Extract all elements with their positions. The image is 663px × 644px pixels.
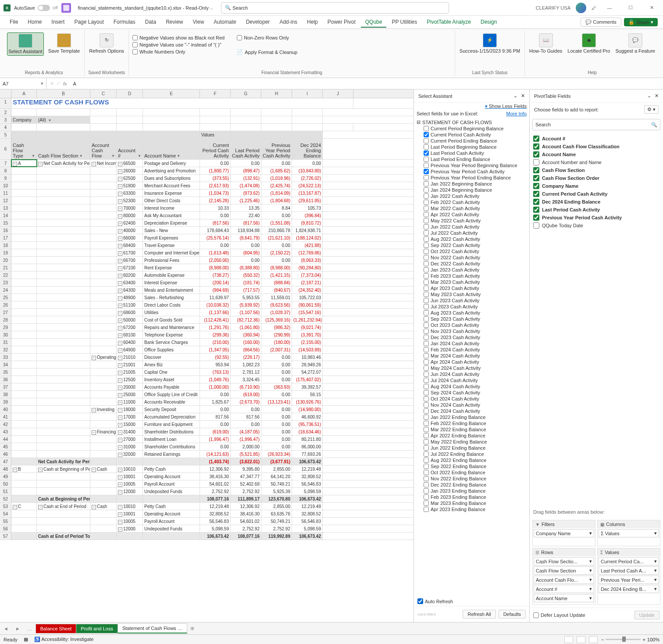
assist-field[interactable]: Sep 2024 Cash Activity [416,390,528,396]
assist-field[interactable]: Jul 2022 Ending Balance [416,451,528,457]
row-header[interactable]: 42 [0,421,11,428]
page-break-button[interactable] [589,636,598,643]
row-header[interactable]: 20 [0,257,11,264]
table-row[interactable]: 32−64900Office Supplies(1,347.05)(864.56… [0,346,413,354]
pt-field[interactable]: Dec 2024 Ending Balance [533,198,659,206]
table-row[interactable]: 27−68600Utilities(1,137.66)(1,107.56)(1,… [0,309,413,316]
table-row[interactable]: 17−66000Payroll Expenses(25,576.14)(8,64… [0,234,413,242]
suggest-feature-button[interactable]: 💬Suggest a Feature [614,32,656,55]
pt-search-input[interactable]: Search🔍 [532,119,660,130]
zoom-in-button[interactable]: + [642,637,645,642]
table-row[interactable]: 46−32000Retained Earnings(14,121.63)(5,5… [0,451,413,458]
pt-field[interactable]: Last Period Cash Activity [533,206,659,214]
name-box[interactable]: A7▾ [0,78,46,89]
row-header[interactable]: 21 [0,264,11,271]
row-header[interactable]: 45 [0,443,11,450]
assist-field[interactable]: Jun 2024 Cash Activity [416,371,528,377]
assist-field[interactable]: Mar 2023 Ending Balance [416,500,528,506]
refresh-all-button[interactable]: Refresh All [463,610,495,619]
fx-icon[interactable]: fx [63,81,67,86]
assist-field[interactable]: Oct 2023 Cash Activity [416,322,528,328]
table-row[interactable]: 7−A−Net Cash Activity for Period−Net Inc… [0,160,413,167]
locate-pro-button[interactable]: ◆Locate Certified Pro [567,32,611,55]
filename-dropdown[interactable]: financial_statements_standard_(qqube10.x… [78,5,214,11]
assist-field[interactable]: Nov 2022 Cash Activity [416,254,528,261]
menu-tab-home[interactable]: Home [23,17,46,28]
assist-field[interactable]: Apr 2022 Cash Activity [416,211,528,218]
table-row[interactable]: 45−31000Shareholder Contributions0.002,0… [0,443,413,451]
neg-dash-checkbox[interactable]: Negative Values use "-" instead of "( )" [132,42,225,47]
table-row[interactable]: 8−26000Advertising and Promotion(1,800.7… [0,167,413,175]
pt-chip[interactable]: Company Name▾ [534,529,594,537]
table-row[interactable]: 55−10005Payroll Account56,546.8354,601.0… [0,518,413,525]
table-row[interactable]: 23−63400Interest Expense(200.14)(181.74)… [0,279,413,286]
row-header[interactable]: 12 [0,197,11,204]
table-row[interactable]: 56−12000Undeposited Funds5,098.592,752.9… [0,525,413,533]
defaults-button[interactable]: Defaults [499,610,526,619]
assist-field[interactable]: Aug 2023 Cash Activity [416,310,528,316]
pt-field[interactable]: Account # [533,135,659,143]
formula-bar[interactable]: A [70,81,76,86]
assist-field[interactable]: Oct 2022 Cash Activity [416,248,528,254]
table-row[interactable]: 37−20000Accounts Payable(1,000.00)(6,710… [0,383,413,391]
row-header[interactable]: 28 [0,316,11,323]
assist-field[interactable]: Jan 2022 Ending Balance [416,414,528,420]
row-header[interactable]: 41 [0,413,11,420]
assist-field[interactable]: Apr 2023 Ending Balance [416,506,528,512]
assist-field[interactable]: Aug 2024 Cash Activity [416,383,528,390]
col-header-D[interactable]: D [117,89,143,98]
assist-field[interactable]: Previous Year Period Beginning Balance [416,162,528,168]
assist-field[interactable]: Feb 2022 Ending Balance [416,420,528,426]
pt-rows-area[interactable]: ☰ Rows Cash Flow Sectio...▾Cash Flow Sec… [532,548,595,605]
pt-chip[interactable]: Current Period Ca...▾ [599,557,659,565]
zoom-level[interactable]: 100% [647,637,659,642]
row-header[interactable]: 51 [0,488,11,495]
cancel-formula-icon[interactable]: ✕ [50,81,54,86]
assist-field[interactable]: Apr 2022 Ending Balance [416,433,528,439]
select-assistant-button[interactable]: Select Assistant [7,32,44,56]
row-header[interactable]: 46 [0,451,11,458]
assist-field[interactable]: Nov 2024 Cash Activity [416,402,528,408]
table-row[interactable]: 31−60400Bank Service Charges(210.00)(160… [0,339,413,346]
save-template-button[interactable]: Save Template [47,32,81,55]
pt-chip[interactable]: Cash Flow Sectio...▾ [534,557,594,565]
pt-field[interactable]: Cash Flow Section Order [533,174,659,182]
col-header-I[interactable]: I [292,89,323,98]
assist-field[interactable]: May 2022 Ending Balance [416,439,528,445]
col-header-G[interactable]: G [231,89,261,98]
table-row[interactable]: 33−Operating−21010Discover(92.55)(228.17… [0,354,413,361]
pt-field[interactable]: Account Cash Flow Classification [533,143,659,150]
gear-icon[interactable]: ⚙ ▾ [644,105,659,114]
row-header[interactable]: 53 [0,503,11,510]
assist-field[interactable]: Feb 2022 Cash Activity [416,199,528,205]
row-header[interactable]: 34 [0,361,11,368]
row-header[interactable]: 22 [0,272,11,279]
more-info-link[interactable]: More Info [506,111,527,116]
assist-field[interactable]: Mar 2022 Cash Activity [416,205,528,211]
assist-field[interactable]: Jan 2022 Beginning Balance [416,181,528,187]
share-button[interactable]: 🔓 Share ▾ [624,18,658,26]
row-header[interactable]: 23 [0,279,11,286]
col-header-C[interactable]: C [90,89,117,98]
pt-values-area[interactable]: Σ Values Current Period Ca...▾Last Perio… [597,548,660,605]
table-row[interactable]: 13−70000Interest Income10.3313.358.84105… [0,204,413,212]
update-button[interactable]: Update [634,611,659,619]
table-row[interactable]: 19−61700Computer and Internet Expenses(1… [0,249,413,257]
sheet-tab-pnl[interactable]: Profit and Loss [76,624,118,633]
row-header[interactable]: 57 [0,533,11,540]
col-header-J[interactable]: J [323,89,353,98]
table-row[interactable]: 43−Financing−31400Shareholder Distributi… [0,428,413,436]
stats-icon[interactable]: ▦ [24,637,28,642]
table-row[interactable]: 49−10001Operating Account38,416.3047,347… [0,473,413,480]
refresh-options-button[interactable]: ↻Refresh Options [88,32,125,55]
row-header[interactable]: 54 [0,510,11,517]
row-header[interactable]: 38 [0,391,11,398]
pt-chip[interactable]: Cash Flow Section▾ [534,566,594,575]
row-header[interactable]: 40 [0,406,11,413]
row-header[interactable]: 1 [0,98,11,108]
row-header[interactable]: 25 [0,294,11,301]
table-row[interactable]: 48−B−Cash at Beginning of Period−Cash−10… [0,465,413,473]
row-header[interactable]: 26 [0,301,11,308]
assist-field[interactable]: Mar 2022 Ending Balance [416,426,528,433]
assist-field[interactable]: Dec 2023 Cash Activity [416,334,528,340]
